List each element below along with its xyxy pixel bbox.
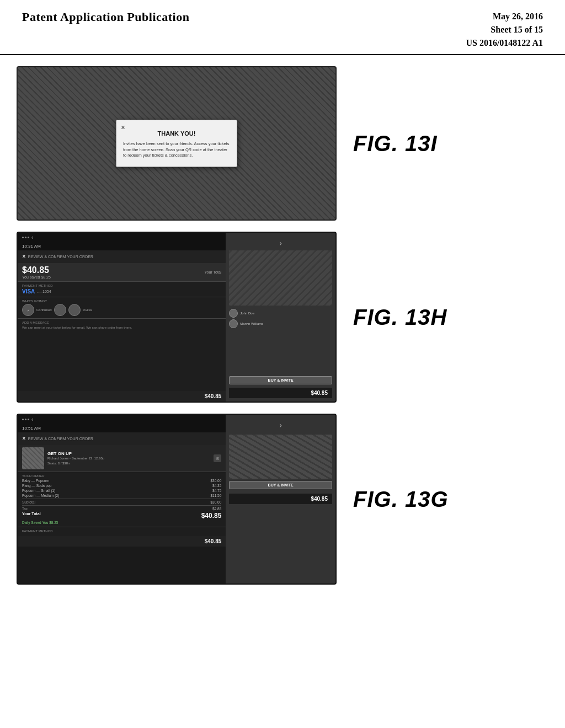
visa-row: VISA .... 1054: [22, 288, 221, 295]
buy-invite-button-13h[interactable]: BUY & INVITE: [229, 376, 332, 384]
buy-invite-button-13g[interactable]: BUY & INVITE: [229, 481, 332, 489]
item1-name: Baby — Popcorn: [22, 479, 49, 483]
invitee-item-1: John Doe: [229, 309, 332, 318]
back-arrow-icon-13g[interactable]: ‹: [31, 416, 33, 422]
invitee-item-2: Marvin Williams: [229, 319, 332, 328]
your-order-section: YOUR ORDER Baby — Popcorn $30.00 Rang — …: [18, 472, 226, 527]
page-header: Patent Application Publication May 26, 2…: [0, 0, 565, 55]
payment-method-label-13g: PAYMENT METHOD: [22, 529, 221, 533]
order-amount: $40.85: [22, 265, 51, 275]
order-row-1: Baby — Popcorn $30.00: [22, 479, 221, 483]
header-sheet: Sheet 15 of 15: [466, 23, 543, 36]
nav-dot-3: [28, 237, 29, 238]
bottom-total-13h: $40.85: [18, 391, 226, 402]
order-row-2: Rang — Soda pop $4.35: [22, 484, 221, 488]
total-row: Your Total $40.85: [22, 512, 221, 520]
figures-column: × THANK YOU! Invites have been sent to y…: [17, 66, 548, 728]
figure-13g-block: ‹ 10:51 AM × REVIEW & CONFIRM YOUR ORDER…: [17, 414, 548, 585]
dialog-close-icon[interactable]: ×: [121, 124, 125, 132]
header-patent: US 2016/0148122 A1: [466, 36, 543, 50]
close-icon[interactable]: ×: [22, 253, 26, 261]
fig13h-label: FIG. 13H: [353, 305, 447, 330]
order-row-4: Popcorn — Medium (2) $11.50: [22, 494, 221, 497]
invitee-name-2: Marvin Williams: [240, 322, 263, 325]
amount-header: $40.85 You saved $8.25 Your Total: [18, 263, 226, 281]
nav-dot-2: [25, 237, 26, 238]
invitee-list: John Doe Marvin Williams: [229, 309, 332, 328]
dialog-body: Invites have been sent to your friends. …: [123, 141, 230, 159]
nav-bar: ‹: [18, 233, 226, 242]
header-title-13g: REVIEW & CONFIRM YOUR ORDER: [28, 437, 221, 441]
event-thumb-small: [22, 447, 44, 469]
confirmed-text: Confirmed: [36, 308, 52, 312]
back-arrow-icon[interactable]: ‹: [31, 234, 33, 240]
event-image-13g: [229, 435, 332, 479]
subtotal-label: Subtotal: [22, 500, 35, 504]
fig13g-side-panel: › BUY & INVITE $40.85: [226, 415, 335, 584]
fig13i-container: × THANK YOU! Invites have been sent to y…: [17, 66, 337, 221]
figure-13i-block: × THANK YOU! Invites have been sent to y…: [17, 66, 548, 221]
your-total-label: Your Total: [205, 270, 222, 274]
order-row-3: Popcorn — Small (1) $4.75: [22, 489, 221, 493]
fig13h-side-panel: › John Doe Marvin Williams BUY & INVITE: [226, 233, 335, 402]
visa-text: VISA: [22, 288, 35, 295]
event-sub-13g: Seats: 3 / $38n: [47, 461, 210, 465]
invites-text: Invites: [83, 308, 92, 312]
nav-dots: [22, 237, 29, 238]
add-message-label: ADD A MESSAGE: [22, 321, 221, 324]
side-total-13g: $40.85: [229, 494, 332, 504]
item2-name: Rang — Soda pop: [22, 484, 51, 488]
message-body: We can meet at your ticket below for ema…: [22, 325, 221, 330]
invitee-avatar-1: [229, 309, 238, 318]
total-value: $40.85: [201, 512, 222, 520]
header-title-text: REVIEW & CONFIRM YOUR ORDER: [28, 255, 221, 259]
status-time-13g: 10:51 AM: [22, 426, 41, 431]
status-bar-13g: 10:51 AM: [18, 424, 226, 432]
nav-dot-g3: [28, 419, 29, 420]
savings-text: Daily Saved You $8.25: [22, 521, 58, 524]
item4-name: Popcorn — Medium (2): [22, 494, 59, 497]
fig13h-container: ‹ 10:31 AM × REVIEW & CONFIRM YOUR ORDER…: [17, 232, 337, 403]
invitee-name-1: John Doe: [240, 312, 254, 315]
status-bar: 10:31 AM: [18, 242, 226, 250]
fig13i-dialog: × THANK YOU! Invites have been sent to y…: [116, 120, 237, 167]
visa-number: .... 1054: [37, 290, 51, 293]
fig13g-phone-screen: ‹ 10:51 AM × REVIEW & CONFIRM YOUR ORDER…: [18, 415, 226, 584]
patent-title: Patent Application Publication: [22, 10, 189, 24]
side-total-13h: $40.85: [229, 388, 332, 398]
payment-section: PAYMENT METHOD VISA .... 1054: [18, 282, 226, 297]
fig13h-phone-screen: ‹ 10:31 AM × REVIEW & CONFIRM YOUR ORDER…: [18, 233, 226, 402]
item3-name: Popcorn — Small (1): [22, 489, 55, 493]
close-icon-13g[interactable]: ×: [22, 435, 26, 443]
tax-label: Tax: [22, 507, 28, 511]
avatar-invite1: [54, 304, 66, 316]
phone-header: × REVIEW & CONFIRM YOUR ORDER: [18, 250, 226, 263]
header-left: Patent Application Publication: [22, 10, 189, 24]
avatar-confirmed: ✓: [22, 304, 34, 316]
item2-price: $4.35: [212, 484, 221, 488]
get-on-up-title: GET ON UP: [47, 451, 210, 456]
subtotal-row: Subtotal $30.00: [22, 499, 221, 504]
nav-bar-13g: ‹: [18, 415, 226, 424]
nav-dots-13g: [22, 419, 29, 420]
bottom-total-13g: $40.85: [18, 536, 226, 547]
total-label: Your Total: [22, 512, 41, 520]
confirmed-label: ✓: [27, 308, 30, 312]
tax-value: $2.85: [212, 507, 221, 511]
nav-dot-g2: [25, 419, 26, 420]
message-section: ADD A MESSAGE We can meet at your ticket…: [18, 319, 226, 391]
phone-header-13g: × REVIEW & CONFIRM YOUR ORDER: [18, 432, 226, 445]
get-on-up-section: GET ON UP Richard Jones - September 23, …: [18, 445, 226, 472]
avatar-row: ✓ Confirmed Invites: [22, 304, 221, 316]
item4-price: $11.50: [210, 494, 221, 497]
fig13g-label: FIG. 13G: [353, 487, 449, 512]
payment-section-13g: PAYMENT METHOD: [18, 527, 226, 536]
item1-price: $30.00: [210, 479, 221, 483]
header-date: May 26, 2016: [466, 10, 543, 23]
avatar-invite2: [68, 304, 81, 316]
item3-price: $4.75: [212, 489, 221, 493]
nav-dot-g1: [22, 419, 24, 420]
savings-row: Daily Saved You $8.25: [22, 521, 221, 524]
figure-13h-block: ‹ 10:31 AM × REVIEW & CONFIRM YOUR ORDER…: [17, 232, 548, 403]
payment-method-label: PAYMENT METHOD: [22, 284, 221, 287]
